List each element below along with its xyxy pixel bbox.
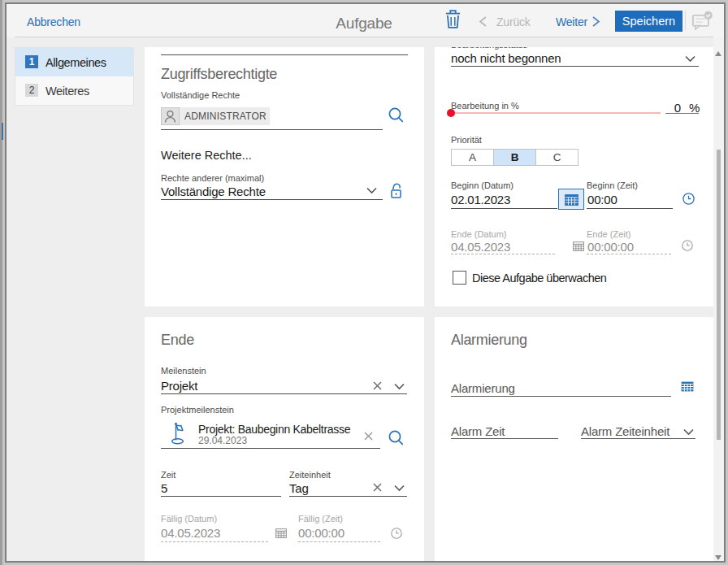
full-rights-label: Vollständige Rechte [161,90,240,100]
alarm-zeit-field[interactable]: Alarm Zeit [451,424,505,438]
alarmierung-underline [451,396,671,397]
beginn-zeit-value[interactable]: 00:00 [587,193,618,206]
zeiteinheit-label: Zeiteinheit [289,470,331,480]
alarm-zeiteinheit-field[interactable]: Alarm Zeiteinheit [581,424,670,438]
more-rights-link[interactable]: Weitere Rechte... [161,149,252,162]
tab-allgemeines[interactable]: 1 Allgemeines [15,48,133,76]
ende-zeit-underline [587,254,671,254]
tab-allgemeines-label: Allgemeines [46,56,106,69]
faellig-datum-calendar-icon [275,528,287,538]
beginn-zeit-clock-icon[interactable] [682,193,695,205]
faellig-zeit-value: 00:00:00 [298,526,344,540]
projektmeilenstein-label: Projektmeilenstein [161,405,234,415]
priority-option-a[interactable]: A [452,150,493,165]
beginn-datum-value[interactable]: 02.01.2023 [451,193,510,206]
zeit-value[interactable]: 5 [161,481,167,495]
progress-label: Bearbeitung in % [451,101,519,111]
zeiteinheit-clear-icon[interactable] [373,483,382,492]
back-button[interactable]: Zurück [496,15,531,28]
faellig-datum-value: 04.05.2023 [161,526,220,540]
scrollbar-down-arrow-icon[interactable] [715,555,722,560]
ende-datum-label: Ende (Datum) [451,229,506,239]
card-ende: Ende Meilenstein Projekt Projektmeilenst… [145,317,424,561]
administrator-chip-label: ADMINISTRATOR [184,111,266,122]
others-rights-label: Rechte anderer (maximal) [161,173,264,183]
backdrop-accent-fragment [2,123,3,140]
ende-zeit-label: Ende (Zeit) [587,229,630,239]
zeiteinheit-chevron-icon[interactable] [394,485,405,492]
zeiteinheit-underline [289,496,407,497]
back-chevron-icon[interactable] [479,16,488,27]
status-value[interactable]: noch nicht begonnen [451,51,561,65]
priority-option-c[interactable]: C [535,150,578,165]
monitor-task-label: Diese Aufgabe überwachen [472,272,606,285]
priority-option-b[interactable]: B [493,150,535,165]
feedback-comment-icon[interactable] [691,10,713,30]
card-alarmierung: Alarmierung Alarmierung Alarm Zeit Alarm… [435,317,713,561]
alarm-zeit-underline [451,438,558,439]
meilenstein-clear-icon[interactable] [373,381,382,390]
progress-slider-handle[interactable] [447,109,455,117]
scrollbar-thumb[interactable] [717,150,721,440]
projektmeilenstein-search-icon[interactable] [388,430,404,445]
alarm-zeiteinheit-chevron-icon[interactable] [683,428,694,436]
projektmeilenstein-date: 29.04.2023 [198,436,247,445]
dialog-title: Aufgabe [317,15,411,33]
next-button[interactable]: Weiter [556,15,587,28]
progress-slider-track[interactable] [455,112,661,114]
faellig-datum-label: Fällig (Datum) [161,514,217,524]
ende-zeit-clock-icon [682,240,693,251]
alarmierung-field[interactable]: Alarmierung [451,381,515,395]
next-chevron-icon[interactable] [592,16,600,27]
status-chevron-icon[interactable] [685,55,696,63]
priority-segmented-control: A B C [451,149,578,166]
alarm-zeiteinheit-underline [581,438,696,439]
projektmeilenstein-clear-icon[interactable] [364,432,373,441]
meilenstein-label: Meilenstein [161,366,206,376]
milestone-flag-icon [171,422,187,445]
ende-zeit-value: 00:00:00 [587,240,634,254]
faellig-zeit-clock-icon [391,528,402,539]
cancel-button[interactable]: Abbrechen [27,15,80,28]
card-title-alarmierung: Alarmierung [451,332,527,349]
full-rights-underline [161,129,383,130]
zeit-label: Zeit [161,470,176,480]
faellig-zeit-label: Fällig (Zeit) [298,514,343,524]
clipped-field-underline [161,54,408,55]
status-clipped-label: Bearbeitungsstatus [451,47,527,50]
delete-trash-icon[interactable] [445,10,461,28]
others-rights-value[interactable]: Vollständige Rechte [161,185,266,198]
projektmeilenstein-value[interactable]: Projekt: Baubeginn Kabeltrasse [198,423,350,436]
meilenstein-value[interactable]: Projekt [161,379,197,393]
administrator-chip[interactable]: ADMINISTRATOR [161,107,270,125]
meilenstein-underline [161,393,407,394]
faellig-datum-underline [161,541,268,542]
card-title-ende: Ende [161,332,194,349]
status-underline [451,66,699,67]
beginn-zeit-underline [587,208,673,209]
monitor-task-checkbox[interactable] [453,271,466,285]
backdrop-left-strip [0,0,2,565]
topbar-divider [15,37,713,37]
alarmierung-calendar-icon[interactable] [681,380,694,392]
topbar-separator [685,10,686,30]
ende-datum-value: 04.05.2023 [451,240,510,254]
others-rights-chevron-icon[interactable] [366,187,377,194]
beginn-datum-underline [451,208,557,209]
full-rights-search-icon[interactable] [388,107,404,123]
card-bearbeitungsstatus: Bearbeitungsstatus noch nicht begonnen B… [435,47,713,306]
zeit-underline [161,496,281,497]
tab-weiteres-label: Weiteres [46,85,89,98]
tab-weiteres[interactable]: 2 Weiteres [15,76,133,105]
others-rights-underline [161,199,383,200]
projektmeilenstein-underline [161,448,380,449]
beginn-datum-calendar-button[interactable] [558,189,584,210]
card-zugriffsberechtigte: Zugriffsberechtigte Vollständige Rechte … [145,47,424,306]
unlock-icon[interactable] [390,182,402,199]
save-button[interactable]: Speichern [615,11,682,32]
meilenstein-chevron-icon[interactable] [394,383,405,390]
dialog-tabs-panel: 1 Allgemeines 2 Weiteres [15,47,134,106]
scrollbar-up-arrow-icon[interactable] [715,51,722,56]
priority-label: Priorität [451,135,482,145]
zeiteinheit-value[interactable]: Tag [289,481,309,495]
